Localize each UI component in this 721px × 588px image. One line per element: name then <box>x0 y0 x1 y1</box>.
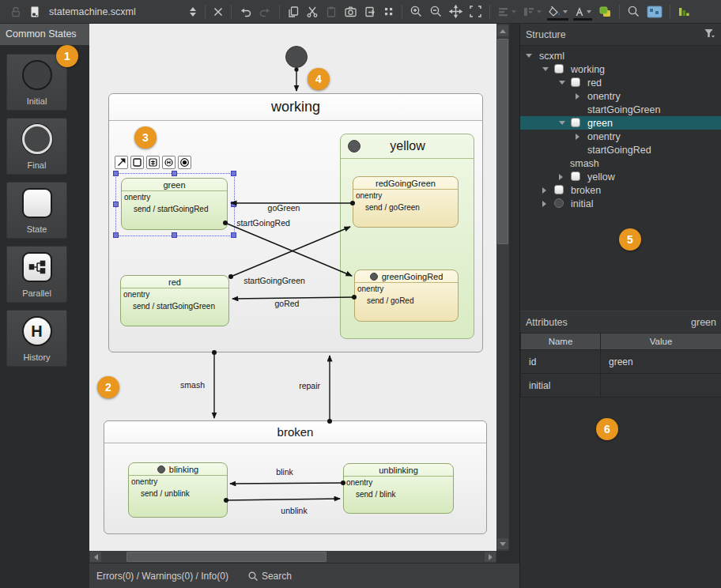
search-toggle[interactable]: Search <box>247 571 292 582</box>
canvas-horizontal-scrollbar[interactable] <box>89 551 496 563</box>
palette-item-parallel[interactable]: Parallel <box>6 246 67 303</box>
lock-icon[interactable] <box>6 2 25 22</box>
font-color-icon[interactable] <box>571 2 595 22</box>
tree-item-startGoingRed[interactable]: startGoingRed <box>520 143 721 156</box>
chevron-down-icon[interactable] <box>526 54 532 58</box>
initial-state-node[interactable] <box>285 46 308 68</box>
selection-handle[interactable] <box>113 232 119 238</box>
issues-toggle[interactable]: Errors(0) / Warnings(0) / Info(0) <box>96 571 228 582</box>
attribute-value[interactable] <box>601 374 721 398</box>
state-broken-header[interactable]: broken <box>104 421 486 443</box>
state-red[interactable]: red onentry send / startGoingGreen <box>120 275 229 326</box>
statistics-icon[interactable] <box>674 2 693 22</box>
history-state-icon: H <box>22 316 52 346</box>
scroll-right-button[interactable] <box>485 552 496 562</box>
zoom-out-icon[interactable] <box>426 2 446 22</box>
copy-icon[interactable] <box>284 2 303 22</box>
state-working-header[interactable]: working <box>109 94 482 121</box>
selection-handle[interactable] <box>113 202 119 207</box>
state-redGoingGreen[interactable]: redGoingGreen onentry send / goGreen <box>353 176 459 228</box>
tree-item-onentry-green[interactable]: onentry <box>520 130 721 143</box>
canvas-vertical-scrollbar[interactable] <box>496 24 509 551</box>
selection-handle[interactable] <box>172 171 177 176</box>
tree-item-broken[interactable]: broken <box>520 183 721 197</box>
transition-repair[interactable]: repair <box>299 356 332 424</box>
state-green-title: green <box>122 179 227 191</box>
tree-item-startGoingGreen[interactable]: startGoingGreen <box>520 103 721 116</box>
state-yellow-header[interactable]: yellow <box>341 134 474 159</box>
chevron-right-icon[interactable] <box>542 187 546 194</box>
cut-icon[interactable] <box>303 2 322 22</box>
navigator-icon[interactable] <box>644 2 666 22</box>
selection-handle[interactable] <box>231 232 236 238</box>
tree-item-initial[interactable]: initial <box>520 197 721 210</box>
filter-icon[interactable] <box>704 28 715 41</box>
fill-color-icon[interactable] <box>545 2 571 22</box>
pan-icon[interactable] <box>446 2 466 22</box>
search-icon[interactable] <box>624 2 644 22</box>
undo-icon[interactable] <box>236 2 255 22</box>
close-icon[interactable] <box>210 2 227 22</box>
export-icon[interactable] <box>360 2 379 22</box>
horizontal-scroll-thumb[interactable] <box>126 552 327 562</box>
create-history-icon[interactable] <box>162 156 176 169</box>
palette-item-final[interactable]: Final <box>6 118 67 175</box>
state-green[interactable]: green onentry send / startGoingRed <box>121 178 228 230</box>
transition-initial[interactable] <box>294 67 298 91</box>
tree-item-smash[interactable]: smash <box>520 156 721 170</box>
transition-smash-label[interactable]: smash <box>180 380 205 390</box>
chevron-down-icon[interactable] <box>542 67 549 71</box>
chevron-down-icon[interactable] <box>559 81 565 85</box>
palette-item-state[interactable]: State <box>6 182 67 239</box>
create-transition-icon[interactable] <box>115 156 128 169</box>
state-blinking[interactable]: blinking onentry send / unblink <box>128 462 228 518</box>
toolbar-separator <box>619 5 620 19</box>
state-unblinking[interactable]: unblinking onentry send / blink <box>343 463 454 514</box>
selection-handle[interactable] <box>172 232 177 238</box>
create-final-icon[interactable] <box>178 156 191 169</box>
selection-handle[interactable] <box>113 171 119 176</box>
create-state-icon[interactable] <box>130 156 144 169</box>
screenshot-icon[interactable] <box>341 2 360 22</box>
selection-handle[interactable] <box>231 171 236 176</box>
onentry-label: onentry <box>346 478 451 487</box>
search-label: Search <box>262 571 292 582</box>
final-state-icon <box>22 124 52 154</box>
scroll-down-button[interactable] <box>497 538 508 549</box>
fit-to-screen-icon[interactable] <box>466 2 485 22</box>
tree-item-working[interactable]: working <box>520 62 721 76</box>
transition-repair-label[interactable]: repair <box>299 381 320 390</box>
transition-smash[interactable]: smash <box>180 350 217 418</box>
callout-badge-5: 5 <box>619 228 641 251</box>
tab-title[interactable]: statemachine.scxml <box>44 6 185 17</box>
tree-item-yellow[interactable]: yellow <box>520 170 721 183</box>
selection-handle[interactable] <box>231 202 236 207</box>
tree-item-red[interactable]: red <box>520 76 721 89</box>
state-color-icon[interactable] <box>595 2 615 22</box>
scroll-up-button[interactable] <box>497 25 508 36</box>
paste-icon[interactable] <box>322 2 341 22</box>
redo-icon[interactable] <box>255 2 275 22</box>
attribute-value[interactable]: green <box>601 350 721 374</box>
chevron-right-icon[interactable] <box>576 134 579 140</box>
tree-item-onentry-red[interactable]: onentry <box>520 89 721 103</box>
grid-dots-icon[interactable] <box>379 2 398 22</box>
chevron-right-icon[interactable] <box>559 174 563 180</box>
align-states-icon[interactable] <box>494 2 519 22</box>
common-states-panel: Common States Initial Final State Parall… <box>0 24 89 588</box>
vertical-scroll-thumb[interactable] <box>497 39 508 244</box>
scroll-left-button[interactable] <box>90 552 101 562</box>
chevron-down-icon[interactable] <box>559 121 565 125</box>
tree-item-scxml[interactable]: scxml <box>520 49 721 62</box>
adjust-states-icon[interactable] <box>519 2 545 22</box>
tab-switcher-spinner[interactable] <box>185 2 201 22</box>
state-greenGoingRed[interactable]: greenGoingRed onentry send / goRed <box>354 270 459 322</box>
tree-item-green[interactable]: green <box>520 116 721 130</box>
create-parallel-icon[interactable] <box>146 156 160 169</box>
chevron-right-icon[interactable] <box>576 93 579 100</box>
zoom-in-icon[interactable] <box>406 2 426 22</box>
status-bar: Errors(0) / Warnings(0) / Info(0) Search <box>89 563 519 588</box>
palette-item-history[interactable]: H History <box>6 310 67 367</box>
chevron-right-icon[interactable] <box>542 201 546 207</box>
onentry-label: onentry <box>131 477 225 486</box>
